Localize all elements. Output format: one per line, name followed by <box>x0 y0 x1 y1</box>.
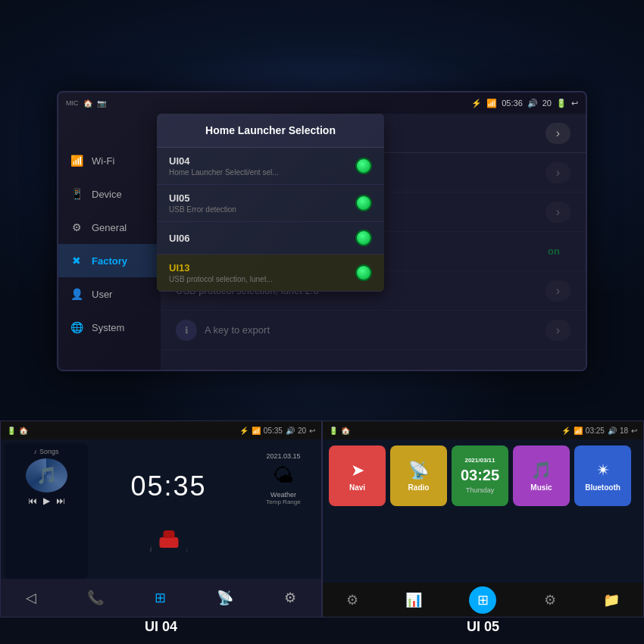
clock-tile-time: 03:25 <box>461 467 499 483</box>
ui05-navbar: ⚙ 📊 ⊞ ⚙ 📁 <box>323 583 643 617</box>
modal-dialog: Home Launcher Selection UI04 Home Launch… <box>157 114 384 292</box>
modal-ui05-toggle[interactable] <box>355 195 372 211</box>
music-controls[interactable]: ⏮ ▶ ⏭ <box>28 496 65 506</box>
sidebar-item-wifi[interactable]: 📶 Wi-Fi <box>58 144 161 177</box>
modal-ui04-left: UI04 Home Launcher Selecti/ent sel... <box>169 155 279 177</box>
music-label-tile: Music <box>530 483 552 492</box>
usb-error-toggle[interactable]: on <box>537 242 571 261</box>
ui04-navbar: ◁ 📞 ⊞ 📡 ⚙ <box>1 579 321 617</box>
app-tile-navi[interactable]: ➤ Navi <box>329 445 386 506</box>
ui13-arrow[interactable]: › <box>546 202 571 223</box>
album-icon: 🎵 <box>36 466 57 486</box>
navi-label: Navi <box>349 483 365 492</box>
sidebar-device-label: Device <box>92 189 122 200</box>
ui05-status-right: ⚡ 📶 03:25 🔊 18 ↩ <box>561 427 637 435</box>
sidebar-item-device[interactable]: 📱 Device <box>58 177 161 211</box>
app-tile-bluetooth[interactable]: ✴ Bluetooth <box>574 445 631 506</box>
big-clock: 05:35 <box>130 470 206 502</box>
modal-ui13-left: UI13 USB protocol selection, lunet... <box>169 262 273 283</box>
nav-settings-icon[interactable]: ⚙ <box>284 589 296 606</box>
modal-ui04-toggle[interactable] <box>355 158 372 174</box>
navi-icon: ➤ <box>351 461 364 480</box>
export-row-left: ℹ A key to export <box>176 320 270 341</box>
modal-ui06-toggle[interactable] <box>355 230 372 246</box>
ui05-back-icon[interactable]: ↩ <box>631 427 637 435</box>
modal-ui13-toggle[interactable] <box>355 264 372 281</box>
play-icon[interactable]: ▶ <box>43 496 50 506</box>
car-body <box>159 537 178 548</box>
clock-tile-date: 2021/03/11 <box>464 458 495 464</box>
export-label: A key to export <box>205 324 270 336</box>
sidebar: 📶 Wi-Fi 📱 Device ⚙ General ✖ Factory 👤 U… <box>58 114 161 370</box>
ui04-back-icon[interactable]: ↩ <box>309 427 315 435</box>
modal-ui06-label: UI06 <box>169 233 189 244</box>
modal-row-ui06[interactable]: UI06 <box>157 222 384 255</box>
sidebar-item-factory[interactable]: ✖ Factory <box>58 244 161 277</box>
clock-tile-day: Thursday <box>466 486 495 494</box>
ui04-status-bar: 🔋 🏠 ⚡ 📶 05:35 🔊 20 ↩ <box>1 421 321 439</box>
ui05-home-icon: 🏠 <box>341 427 350 435</box>
ui04-vol-icon: 🔊 <box>286 427 295 435</box>
ui04-batt: 20 <box>298 427 306 435</box>
ui05-time: 03:25 <box>586 427 605 435</box>
ui04-bt-icon: ⚡ <box>239 427 249 435</box>
nav-phone-icon[interactable]: 📞 <box>87 589 104 606</box>
battery-icon: 🔋 <box>556 98 567 108</box>
wifi-icon: 📶 <box>486 98 497 108</box>
volume-icon: 🔊 <box>527 98 538 108</box>
ui05-batt: 18 <box>620 427 628 435</box>
sidebar-item-general[interactable]: ⚙ General <box>58 211 161 244</box>
ui04-home-icon: 🏠 <box>19 427 28 435</box>
sidebar-factory-label: Factory <box>92 255 127 267</box>
ui04-time: 05:35 <box>264 427 283 435</box>
panels-container: 🔋 🏠 ⚡ 📶 05:35 🔊 20 ↩ ♪ Songs <box>0 409 644 610</box>
mic-label: MIC <box>66 99 79 107</box>
sidebar-item-user[interactable]: 👤 User <box>58 277 161 311</box>
mcu-arrow[interactable]: › <box>546 123 571 144</box>
modal-row-ui04[interactable]: UI04 Home Launcher Selecti/ent sel... <box>157 148 384 185</box>
main-screen: MIC 🏠 📷 ⚡ 📶 05:36 🔊 20 🔋 ↩ RST 📶 Wi-Fi 📱… <box>57 91 587 371</box>
device-sidebar-icon: 📱 <box>69 186 84 202</box>
ui05-settings-icon[interactable]: ⚙ <box>346 592 358 608</box>
ui05-status-left: 🔋 🏠 <box>329 427 350 435</box>
usb-protocol-arrow[interactable]: › <box>546 280 571 302</box>
bluetooth-icon: ⚡ <box>471 98 482 108</box>
ui04-panel: 🔋 🏠 ⚡ 📶 05:35 🔊 20 ↩ ♪ Songs <box>0 420 322 617</box>
music-widget: ♪ Songs 🎵 ⏮ ▶ ⏭ <box>5 443 88 579</box>
export-arrow[interactable]: › <box>546 320 571 341</box>
ui05-home-icon[interactable]: ⊞ <box>469 586 496 614</box>
ui05-chart-icon[interactable]: 📊 <box>405 592 422 608</box>
app-tile-clock[interactable]: 2021/03/11 03:25 Thursday <box>452 445 508 506</box>
sidebar-item-system[interactable]: 🌐 System <box>58 311 161 344</box>
factory-icon: ✖ <box>69 253 84 268</box>
music-label-row: ♪ Songs <box>33 448 58 455</box>
app-tile-radio[interactable]: 📡 Radio <box>390 445 447 506</box>
modal-ui05-label: UI05 <box>169 192 236 204</box>
weather-date: 2021.03.15 <box>252 452 314 460</box>
export-row[interactable]: ℹ A key to export › <box>161 311 586 350</box>
ui05-folder-icon[interactable]: 📁 <box>603 592 620 608</box>
ui05-battery-icon: 🔋 <box>329 427 338 435</box>
nav-home-icon[interactable]: ⊞ <box>155 589 166 606</box>
car-top <box>163 530 174 538</box>
ui05-gear-icon[interactable]: ⚙ <box>544 592 556 608</box>
modal-ui06-left: UI06 <box>169 233 189 244</box>
ui04-battery-icon: 🔋 <box>7 427 16 435</box>
ui05-wifi-icon: 📶 <box>574 427 583 435</box>
back-icon[interactable]: ↩ <box>571 98 578 108</box>
music-note-icon: ♪ <box>33 448 37 455</box>
nav-signal-icon[interactable]: 📡 <box>217 589 233 606</box>
battery-display: 20 <box>542 98 552 108</box>
ui05-status-bar: 🔋 🏠 ⚡ 📶 03:25 🔊 18 ↩ <box>323 421 643 439</box>
modal-ui13-label: UI13 <box>169 262 273 274</box>
prev-icon[interactable]: ⏮ <box>28 496 37 506</box>
launcher-arrow[interactable]: › <box>546 162 571 183</box>
nav-navigation-icon[interactable]: ◁ <box>26 589 36 606</box>
modal-row-ui13[interactable]: UI13 USB protocol selection, lunet... <box>157 255 384 292</box>
modal-row-ui05[interactable]: UI05 USB Error detection <box>157 185 384 222</box>
bluetooth-label: Bluetooth <box>585 483 621 492</box>
sidebar-wifi-label: Wi-Fi <box>92 155 114 167</box>
status-bar: MIC 🏠 📷 ⚡ 📶 05:36 🔊 20 🔋 ↩ <box>58 92 586 114</box>
app-tile-music[interactable]: 🎵 Music <box>513 445 570 506</box>
next-icon[interactable]: ⏭ <box>56 496 65 506</box>
